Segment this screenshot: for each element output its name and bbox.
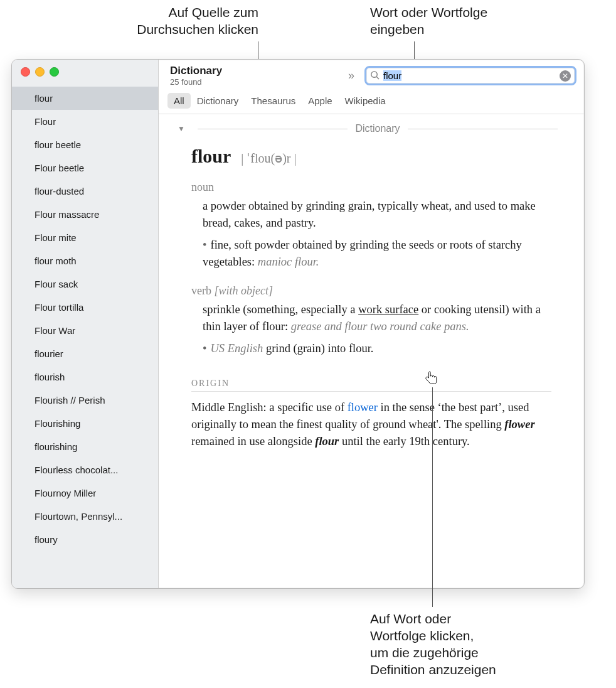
verb-subdefinition: •US English grind (grain) into flour. <box>191 340 551 357</box>
close-icon[interactable] <box>21 67 30 77</box>
sidebar-item[interactable]: Flournoy Miller <box>12 481 158 505</box>
linked-term[interactable]: work surface <box>358 303 418 316</box>
sidebar-item[interactable]: flour moth <box>12 249 158 272</box>
window-title: Dictionary <box>170 65 338 77</box>
sidebar-item[interactable]: floury <box>12 528 158 551</box>
verb-definition: sprinkle (something, especially a work s… <box>191 301 551 335</box>
sidebar-item[interactable]: Flour War <box>12 319 158 342</box>
source-tab[interactable]: Wikipedia <box>339 93 392 109</box>
clear-icon[interactable]: ✕ <box>560 70 571 82</box>
sidebar-item[interactable]: Flour beetle <box>12 156 158 180</box>
sidebar-item[interactable]: Flourish // Perish <box>12 389 158 412</box>
source-tabs: AllDictionaryThesaurusAppleWikipedia <box>159 92 584 114</box>
svg-line-1 <box>376 77 379 79</box>
pos-verb: verb [with object] <box>191 284 551 298</box>
leader-line <box>432 387 433 607</box>
origin-heading: ORIGIN <box>191 379 551 392</box>
pos-noun: noun <box>191 181 551 194</box>
origin-text: Middle English: a specific use of flower… <box>191 399 551 450</box>
disclosure-triangle-icon[interactable]: ▼ <box>178 124 185 133</box>
sidebar-item[interactable]: flourishing <box>12 435 158 458</box>
section-title: Dictionary <box>355 123 400 134</box>
sidebar-item[interactable]: Flour sack <box>12 272 158 296</box>
search-input[interactable] <box>382 70 560 82</box>
source-tab[interactable]: Apple <box>302 93 338 109</box>
sidebar-item[interactable]: Flour <box>12 110 158 133</box>
source-tab[interactable]: Thesaurus <box>245 93 302 109</box>
section-header[interactable]: ▼ Dictionary <box>178 123 565 134</box>
sidebar-item[interactable]: Flourless chocolat... <box>12 458 158 481</box>
sidebar-item[interactable]: flour <box>12 87 158 110</box>
sidebar-item[interactable]: Flour mite <box>12 226 158 249</box>
overflow-icon[interactable]: » <box>346 69 357 82</box>
callout-source: Auf Quelle zum Durchsuchen klicken <box>104 4 258 38</box>
sidebar-item[interactable]: flour-dusted <box>12 180 158 203</box>
headword: flour <box>191 146 231 166</box>
sidebar-list: flourFlourflour beetleFlour beetleflour-… <box>12 83 158 588</box>
sidebar: flourFlourflour beetleFlour beetleflour-… <box>12 60 159 588</box>
source-tab[interactable]: All <box>167 93 191 109</box>
search-field[interactable]: ✕ <box>364 66 576 85</box>
origin-link[interactable]: flower <box>348 401 378 414</box>
main-pane: Dictionary 25 found » ✕ AllDictionaryThe… <box>159 60 584 588</box>
noun-definition: a powder obtained by grinding grain, typ… <box>191 198 551 232</box>
window-controls <box>12 60 158 83</box>
minimize-icon[interactable] <box>35 67 45 77</box>
sidebar-item[interactable]: flour beetle <box>12 133 158 156</box>
sidebar-item[interactable]: Flour massacre <box>12 203 158 226</box>
dictionary-window: flourFlourflour beetleFlour beetleflour-… <box>11 59 585 589</box>
toolbar: Dictionary 25 found » ✕ <box>159 60 584 92</box>
sidebar-item[interactable]: flourier <box>12 342 158 365</box>
callout-search: Wort oder Wortfolge eingeben <box>370 4 533 38</box>
sidebar-item[interactable]: Flourtown, Pennsyl... <box>12 505 158 528</box>
search-icon <box>370 70 380 82</box>
source-tab[interactable]: Dictionary <box>191 93 245 109</box>
definition-content: ▼ Dictionary flour | ˈflou(ə)r | noun a … <box>159 114 584 588</box>
headword-line: flour | ˈflou(ə)r | <box>191 146 551 167</box>
svg-point-0 <box>371 71 377 77</box>
callout-click-word: Auf Wort oder Wortfolge klicken, um die … <box>370 610 596 678</box>
pronunciation: | ˈflou(ə)r | <box>241 151 296 165</box>
noun-subdefinition: •fine, soft powder obtained by grinding … <box>191 237 551 271</box>
fullscreen-icon[interactable] <box>50 67 59 77</box>
sidebar-item[interactable]: Flourishing <box>12 412 158 435</box>
sidebar-item[interactable]: Flour tortilla <box>12 296 158 319</box>
sidebar-item[interactable]: flourish <box>12 365 158 389</box>
result-count: 25 found <box>170 77 338 87</box>
